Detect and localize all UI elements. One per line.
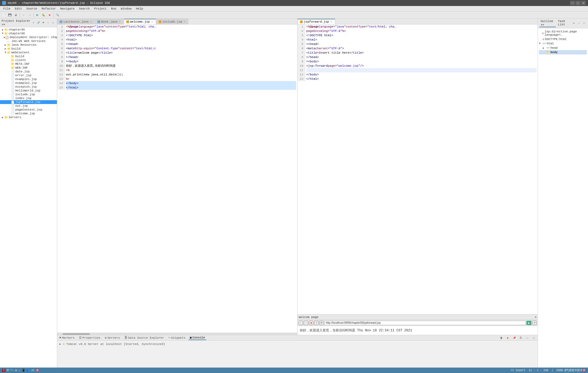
tab-close-welcome[interactable]: ✕: [151, 20, 153, 23]
tree-java-resources[interactable]: ▶ 📁 Java Resources: [0, 43, 57, 47]
tree-index-jsp[interactable]: 📄 index.jsp: [0, 96, 57, 100]
tab-welcome-jsp[interactable]: welcome.jsp ✕: [124, 19, 156, 24]
collapse-all-button[interactable]: ⬇: [31, 21, 36, 25]
search-button[interactable]: 🔍: [55, 12, 60, 18]
forward-button[interactable]: →: [27, 12, 32, 18]
outline-directive[interactable]: ◇ jsp:directive.page language=…: [539, 29, 587, 37]
editor-right-content[interactable]: 1 2 3 4 5 6 7 8 9 10: [298, 25, 538, 314]
outline-body[interactable]: 📁 body: [539, 50, 587, 54]
browser-external-btn[interactable]: ⇗: [532, 321, 537, 325]
tree-out-jsp[interactable]: 📄 out.jsp: [0, 104, 57, 108]
tree-example1-jsp[interactable]: 📄 example1.jsp: [0, 77, 57, 81]
browser-go-btn[interactable]: ▶: [526, 321, 531, 325]
tab-task-list[interactable]: Task List: [557, 19, 572, 27]
browser-url-input[interactable]: [324, 321, 526, 325]
new-button[interactable]: 📄: [1, 12, 7, 18]
outline-html[interactable]: ▼ <> html: [539, 41, 587, 46]
scrollbar-left-h[interactable]: [57, 333, 297, 335]
panel-menu-button[interactable]: ▼: [41, 21, 45, 25]
tree-wc-build[interactable]: 📁 build: [0, 54, 57, 58]
browser-close-icon[interactable]: ✕: [535, 315, 537, 319]
console-clear-btn[interactable]: 🗑: [498, 335, 504, 341]
tree-build[interactable]: ▶ 📁 build: [0, 47, 57, 51]
tab-snippets[interactable]: ✂ Snippets: [167, 336, 186, 340]
tree-pagecontext-jsp[interactable]: 📄 pageContext.jsp: [0, 108, 57, 112]
console-minimize-btn[interactable]: ─: [525, 335, 530, 341]
menu-project[interactable]: Project: [92, 7, 109, 11]
tree-jaxws[interactable]: ☕ JAX-WS Web Services: [0, 39, 57, 43]
outline-head[interactable]: ▶ <> head: [539, 46, 587, 50]
tab-jspforward-jsp[interactable]: jspforward.jsp ✕: [298, 19, 335, 24]
tree-welcome-jsp[interactable]: 📄 welcome.jsp: [0, 112, 57, 115]
back-button[interactable]: ←: [21, 12, 26, 18]
browser-stop-btn[interactable]: ■: [309, 321, 313, 325]
tree-chapter05[interactable]: ▶ 📁 chapter05: [0, 28, 57, 32]
tab-lastacess-java[interactable]: LastAcess.java ✕: [57, 19, 95, 24]
editor-left-content[interactable]: 1 2 3 4 5 6 7 8 9 10: [57, 25, 297, 333]
code-lines-left[interactable]: <%@ page language="java" contentType="te…: [65, 25, 297, 90]
tree-webcontent[interactable]: ▼ 📁 WebContent: [0, 51, 57, 54]
console-pin-btn[interactable]: 📌: [512, 335, 517, 341]
tab-close-include[interactable]: ✕: [184, 20, 185, 23]
tree-helloworld-jsp[interactable]: 📄 HelloWorld.jsp: [0, 89, 57, 93]
run-button[interactable]: ▶: [35, 12, 40, 18]
tab-outline[interactable]: Outline ✕✕: [540, 19, 556, 27]
tab-markers[interactable]: ⚑ Markers: [58, 336, 76, 340]
outline-doctype[interactable]: ◇ DOCTYPE:html: [539, 37, 587, 41]
menu-source[interactable]: Source: [24, 7, 39, 11]
code-lines-right[interactable]: <%@ page language="java" contentType="te…: [305, 25, 538, 81]
menu-help[interactable]: Help: [134, 7, 145, 11]
code-line-r2: pageEncoding="UTF-8"%>: [306, 29, 537, 33]
tab-console[interactable]: ▣ Console: [189, 335, 206, 340]
menu-file[interactable]: File: [1, 7, 13, 11]
outline-minimize-btn[interactable]: ─: [577, 21, 581, 26]
save-button[interactable]: 💾: [7, 12, 13, 18]
browser-refresh-btn[interactable]: ⟳: [319, 321, 324, 325]
close-button[interactable]: ✕: [581, 1, 586, 5]
tree-error-jsp[interactable]: 📄 error.jsp: [0, 74, 57, 77]
maximize-panel-button[interactable]: □: [51, 21, 55, 25]
tree-jspforward-jsp[interactable]: 📄 jspforward.jsp: [0, 100, 57, 104]
tab-book-java[interactable]: Book.java ✕: [95, 19, 124, 24]
tree-include-jsp[interactable]: 📄 include.jsp: [0, 93, 57, 96]
tab-datasource[interactable]: 🗄 Data Source Explorer: [123, 336, 165, 340]
rln-6: 6: [299, 46, 303, 51]
stop-button[interactable]: ■: [47, 12, 52, 18]
maximize-button[interactable]: □: [575, 1, 580, 5]
tree-chapter06[interactable]: ▼ 📁 chapter06: [0, 32, 57, 35]
tab-properties[interactable]: ☰ Properties: [78, 336, 102, 340]
tree-deployment-descriptor[interactable]: ▶ 📋 Deployment Descriptor: chapter06: [0, 35, 57, 39]
browser-back-btn[interactable]: ←: [299, 321, 303, 325]
tree-example2-jsp[interactable]: 📄 example2.jsp: [0, 81, 57, 85]
outline-maximize-btn[interactable]: □: [582, 21, 586, 26]
browser-bookmark-btn[interactable]: ☆: [314, 321, 318, 325]
tab-close-jspforward[interactable]: ✕: [330, 20, 332, 23]
menu-refactor[interactable]: Refactor: [39, 7, 58, 11]
tree-web-inf[interactable]: 📁 WEB-INF: [0, 66, 57, 70]
outline-sort-btn[interactable]: ≡: [572, 21, 576, 26]
tab-close-lastacess[interactable]: ✕: [90, 20, 91, 23]
console-maximize-btn[interactable]: □: [531, 335, 537, 341]
menu-edit[interactable]: Edit: [13, 7, 24, 11]
tab-include-jsp[interactable]: include.jsp ✕: [156, 19, 188, 24]
minimize-panel-button[interactable]: ─: [46, 21, 50, 25]
menu-run[interactable]: Run: [109, 7, 119, 11]
console-stop-btn[interactable]: ■: [505, 335, 510, 341]
tab-servers[interactable]: ⚙ Servers: [104, 336, 121, 340]
print-button[interactable]: 🖨: [13, 12, 19, 18]
debug-button[interactable]: 🐛: [41, 12, 46, 18]
menu-search[interactable]: Search: [77, 7, 92, 11]
tab-close-book[interactable]: ✕: [119, 20, 120, 23]
browser-forward-btn[interactable]: →: [304, 321, 308, 325]
menu-window[interactable]: Window: [119, 7, 134, 11]
console-menu-btn[interactable]: ☰: [518, 335, 523, 341]
tree-servers[interactable]: ▶ 📁 Servers: [0, 115, 57, 119]
rln-11: 11: [299, 68, 303, 72]
minimize-button[interactable]: ─: [570, 1, 575, 5]
tree-client[interactable]: 📁 client: [0, 58, 57, 62]
menu-navigate[interactable]: Navigate: [58, 7, 77, 11]
tree-meta-inf[interactable]: 📁 META-INF: [0, 62, 57, 66]
link-with-editor-button[interactable]: 🔗: [36, 21, 41, 25]
tree-excepton-jsp[interactable]: 📄 excepton.jsp: [0, 85, 57, 89]
tree-date-jsp[interactable]: 📄 date.jsp: [0, 70, 57, 74]
